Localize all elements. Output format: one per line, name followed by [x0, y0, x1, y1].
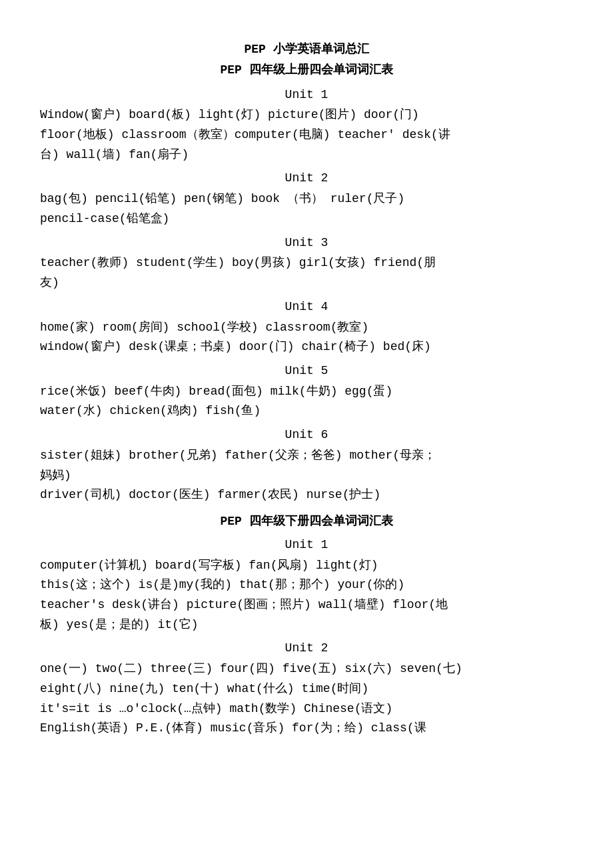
upper-unit-title-1: Unit 1: [40, 85, 573, 105]
upper-unit-content-4: home(家) room(房间) school(学校) classroom(教室…: [40, 318, 573, 357]
upper-unit-content-2: bag(包) pencil(铅笔) pen(钢笔) book （书） ruler…: [40, 189, 573, 229]
upper-unit-title-2: Unit 2: [40, 169, 573, 188]
upper-unit-content-6: sister(姐妹) brother(兄弟) father(父亲；爸爸) mot…: [40, 446, 573, 505]
upper-unit-content-5: rice(米饭) beef(牛肉) bread(面包) milk(牛奶) egg…: [40, 382, 573, 421]
lower-unit-title-2: Unit 2: [40, 639, 573, 658]
lower-unit-content-2: one(一) two(二) three(三) four(四) five(五) s…: [40, 659, 573, 739]
upper-unit-title-3: Unit 3: [40, 233, 573, 253]
page-title-1: PEP 小学英语单词总汇: [40, 40, 573, 59]
upper-unit-content-3: teacher(教师) student(学生) boy(男孩) girl(女孩)…: [40, 253, 573, 293]
lower-section-title: PEP 四年级下册四会单词词汇表: [40, 512, 573, 531]
upper-unit-title-4: Unit 4: [40, 297, 573, 317]
upper-unit-title-5: Unit 5: [40, 361, 573, 381]
lower-unit-content-1: computer(计算机) board(写字板) fan(风扇) light(灯…: [40, 556, 573, 635]
page-container: PEP 小学英语单词总汇 PEP 四年级上册四会单词词汇表 Unit 1Wind…: [40, 40, 573, 739]
upper-unit-title-6: Unit 6: [40, 425, 573, 445]
page-title-2: PEP 四年级上册四会单词词汇表: [40, 61, 573, 80]
lower-unit-title-1: Unit 1: [40, 535, 573, 555]
upper-unit-content-1: Window(窗户) board(板) light(灯) picture(图片)…: [40, 105, 573, 165]
